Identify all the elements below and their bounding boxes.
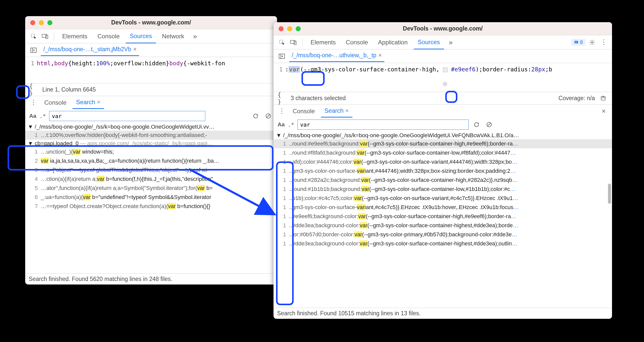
maximize-icon[interactable] — [296, 26, 301, 31]
result-line[interactable]: 5…ator",function(a){if(a)return a;a=Symb… — [25, 184, 277, 193]
line-number: 1 — [25, 59, 37, 67]
result-line[interactable]: 1..gm3-sys-color-on-surface-variant,#444… — [274, 166, 612, 176]
result-line[interactable]: 1..round:#e9eef6;background:var(--gm3-sy… — [274, 139, 612, 148]
tab-network[interactable]: Network — [158, 30, 188, 43]
close-icon[interactable] — [279, 26, 284, 31]
settings-icon[interactable] — [587, 38, 597, 47]
coverage-toggle-icon[interactable] — [598, 94, 608, 103]
titlebar[interactable]: DevTools - www.google.com/ — [274, 22, 612, 35]
tab-application[interactable]: Application — [374, 36, 412, 49]
result-line[interactable]: 1..#dde3ea;background-color:var(--gm3-sy… — [274, 239, 612, 248]
result-line[interactable]: 1…unction(_){var window=this; — [25, 147, 277, 156]
regex-icon[interactable]: .* — [39, 113, 46, 119]
navigator-toggle-icon[interactable] — [277, 51, 287, 61]
drawer-menu-icon[interactable]: ⋮ — [277, 107, 287, 115]
result-line[interactable]: 1..lor:#0b57d0;border-color:var(--gm3-sy… — [274, 230, 612, 239]
svg-rect-8 — [290, 40, 295, 43]
drawer-tab-console[interactable]: Console — [41, 97, 70, 109]
match-case-icon[interactable]: Aa — [29, 113, 36, 119]
editor-statusbar: { } Line 1, Column 6645 — [25, 83, 277, 96]
maximize-icon[interactable] — [47, 20, 52, 25]
result-file-header[interactable]: ▼/_/mss/boq-one-google/_/ss/k=boq-one-go… — [25, 123, 277, 131]
result-line[interactable]: 1..round:#282a2c;background:var(--gm3-sy… — [274, 176, 612, 185]
match-case-icon[interactable]: Aa — [278, 121, 285, 128]
device-toolbar-icon[interactable] — [289, 38, 298, 47]
close-drawer-icon[interactable]: × — [599, 106, 608, 116]
issues-badge[interactable]: 8 — [571, 39, 585, 46]
result-line-number: 1 — [274, 140, 289, 147]
result-line[interactable]: 1..b1b);color:#c4c7c5;color:var(--gm3-sy… — [274, 194, 612, 203]
tab-console[interactable]: Console — [342, 36, 372, 49]
search-results[interactable]: ▼/_/mss/boq-one-google/_/ss/k=boq-one-go… — [25, 123, 277, 273]
tab-console[interactable]: Console — [93, 30, 124, 43]
tab-sources[interactable]: Sources — [414, 36, 444, 49]
result-line[interactable]: 6_.ua=function(a){var b="undefined"!=typ… — [25, 193, 277, 202]
tab-sources[interactable]: Sources — [126, 30, 156, 43]
result-line[interactable]: 1..afd);color:#444746;color:var(--gm3-sy… — [274, 157, 612, 166]
result-file-header[interactable]: ▼/_/mss/boq-one-google/_/ss/k=boq-one-go… — [274, 132, 612, 139]
result-line[interactable]: 1…t:100%;overflow:hidden}body{-webkit-fo… — [25, 131, 277, 140]
close-icon[interactable] — [30, 20, 35, 25]
close-icon[interactable]: × — [378, 52, 382, 59]
tab-elements[interactable]: Elements — [307, 36, 340, 49]
titlebar[interactable]: DevTools - www.google.com/ — [25, 16, 277, 29]
minimize-icon[interactable] — [287, 26, 292, 31]
disclosure-triangle-icon[interactable]: ▼ — [28, 124, 33, 130]
result-line[interactable]: 4…ction(a){if(a)return a;var b=function(… — [25, 175, 277, 184]
drawer-menu-icon[interactable]: ⋮ — [29, 99, 38, 106]
scrollbar-thumb[interactable] — [608, 184, 611, 204]
search-results[interactable]: ▼/_/mss/boq-one-google/_/ss/k=boq-one-go… — [274, 132, 612, 308]
result-line[interactable]: 2var ia,ja,la,sa,ta,xa,ya,Ba;_.ca=functi… — [25, 156, 277, 165]
result-line[interactable]: 1..#dde3ea;background-color:var(--gm3-sy… — [274, 221, 612, 230]
refresh-icon[interactable] — [251, 111, 260, 121]
tab-elements[interactable]: Elements — [58, 30, 91, 43]
panel-tabs: Elements Console Sources Network » — [25, 29, 277, 43]
disclosure-triangle-icon[interactable]: ▼ — [276, 132, 282, 139]
minimize-icon[interactable] — [39, 20, 44, 25]
drawer-tabs: ⋮ Console Search × × — [274, 104, 612, 118]
clear-icon[interactable] — [263, 111, 273, 121]
kebab-menu-icon[interactable]: ⋮ — [599, 38, 608, 47]
result-line[interactable]: 1..round:#1b1b1b;background:var(--gm3-sy… — [274, 185, 612, 194]
result-line-text: ..round:#1b1b1b;background:var(--gm3-sys… — [289, 186, 516, 192]
navigator-toggle-icon[interactable] — [29, 45, 38, 55]
search-input[interactable] — [49, 111, 205, 121]
result-line[interactable]: 1..#e9eef6;background-color:var(--gm3-sy… — [274, 212, 612, 221]
result-line[interactable]: 7…==typeof Object.create?Object.create:f… — [25, 202, 277, 211]
result-line[interactable]: 1..gm3-sys-color-on-surface-variant,#c4c… — [274, 203, 612, 212]
drawer-tab-search[interactable]: Search × — [321, 105, 352, 118]
result-line-number: 1 — [274, 150, 289, 156]
inspect-icon[interactable] — [277, 38, 287, 47]
drawer-tab-search[interactable]: Search × — [73, 96, 104, 109]
device-toolbar-icon[interactable] — [40, 32, 50, 41]
result-line[interactable]: 3…a=["object"==typeof globalThis&&global… — [25, 165, 277, 175]
clear-icon[interactable] — [484, 120, 494, 129]
inspect-icon[interactable] — [29, 32, 38, 41]
more-tabs-icon[interactable]: » — [446, 38, 456, 47]
close-icon[interactable]: × — [97, 99, 100, 105]
breakpoint-marker-icon[interactable] — [443, 82, 447, 86]
search-toolbar: Aa .* — [25, 109, 277, 123]
pretty-print-icon[interactable]: { } — [29, 85, 39, 95]
file-tab[interactable]: /_/mss/boq-one-…t,_stam,jMb2Vb × — [41, 44, 139, 56]
result-line-number: 1 — [274, 231, 289, 238]
result-line-number: 1 — [274, 204, 289, 211]
refresh-icon[interactable] — [472, 120, 481, 129]
code-line[interactable]: 1 html,body{height:100%;overflow:hidden}… — [25, 57, 277, 68]
code-content[interactable]: :var(--gm3-sys-color-surface-container-h… — [285, 65, 612, 73]
drawer-tab-console[interactable]: Console — [289, 105, 318, 117]
traffic-lights — [30, 20, 52, 25]
file-tab[interactable]: /_/mss/boq-one-…uthview,_b,_tp × — [289, 50, 384, 62]
disclosure-triangle-icon[interactable]: ▼ — [28, 140, 33, 147]
result-file-header[interactable]: ▼cb=gapi.loaded_0 — apis.google.com/_/sc… — [25, 140, 277, 147]
regex-icon[interactable]: .* — [288, 122, 294, 128]
close-icon[interactable]: × — [133, 46, 137, 53]
result-line[interactable]: 1..round:#f8fafd;background:var(--gm3-sy… — [274, 148, 612, 157]
close-icon[interactable]: × — [345, 107, 349, 114]
result-line-text: …==typeof Object.create?Object.create:fu… — [41, 203, 210, 210]
code-line[interactable]: 1 :var(--gm3-sys-color-surface-container… — [274, 63, 612, 74]
search-input[interactable] — [297, 120, 469, 130]
more-tabs-icon[interactable]: » — [190, 32, 200, 41]
pretty-print-icon[interactable]: { } — [278, 94, 287, 103]
code-content[interactable]: html,body{height:100%;overflow:hidden}bo… — [37, 59, 277, 67]
